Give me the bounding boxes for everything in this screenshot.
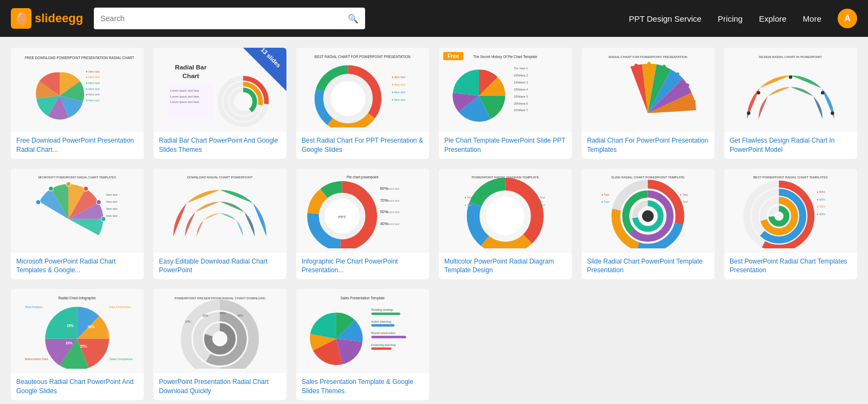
svg-point-53 <box>747 111 750 114</box>
card-9[interactable]: Pie chart powerpoint 80% 70% 50% 40% <box>296 169 429 280</box>
svg-point-50 <box>686 84 689 87</box>
search-input[interactable] <box>100 14 343 23</box>
svg-text:● Item text: ● Item text <box>392 75 406 79</box>
svg-text:Item 6: Item 6 <box>520 101 528 105</box>
svg-text:● Item text: ● Item text <box>392 83 406 86</box>
svg-point-59 <box>36 200 41 205</box>
card-2[interactable]: 13 slides Radial Bar Chart Lorem ipsum <box>154 48 286 159</box>
svg-point-55 <box>789 75 792 79</box>
card-11-image: SLIDE RADIAL CHART POWERPOINT TEMPLATE <box>582 169 714 253</box>
svg-text:● Item text: ● Item text <box>86 81 100 85</box>
svg-text:Item 2: Item 2 <box>520 74 528 77</box>
svg-text:Lorem text: Lorem text <box>386 210 400 214</box>
card-13[interactable]: Radial Chart Infographic 30% 35% 10% 15 <box>11 289 144 400</box>
svg-point-62 <box>84 187 88 191</box>
svg-text:● 80%: ● 80% <box>817 190 826 194</box>
svg-text:PPT: PPT <box>339 215 347 220</box>
card-1[interactable]: FREE DOWNLOAD POWERPOINT PRESENTATION RA… <box>11 48 144 159</box>
svg-text:20%: 20% <box>514 101 520 105</box>
svg-point-25 <box>330 81 365 116</box>
svg-rect-154 <box>372 348 392 350</box>
nav-ppt-design[interactable]: PPT Design Service <box>629 14 701 23</box>
card-4[interactable]: Free The Secret History Of Pie Chart Tem… <box>439 48 572 159</box>
nav-explore[interactable]: Explore <box>759 14 787 23</box>
svg-text:40%: 40% <box>238 314 244 317</box>
card-3-image: BEST RADIAL CHART FOR POWERPOINT PRESENT… <box>296 48 429 132</box>
nav-more[interactable]: More <box>803 14 821 23</box>
card-12[interactable]: BEST POWERPOINT RADIAL CHART TEMPLATES ●… <box>724 169 857 280</box>
svg-text:10%: 10% <box>514 74 520 77</box>
card-14-title: PowerPoint Presentation Radial Chart Dow… <box>154 373 286 400</box>
svg-text:Pie chart powerpoint: Pie chart powerpoint <box>347 175 379 179</box>
card-2-image: 13 slides Radial Bar Chart Lorem ipsum <box>154 48 286 132</box>
svg-text:● Text: ● Text <box>680 193 688 196</box>
card-12-title: Best PowerPoint Radial Chart Templates P… <box>724 253 857 280</box>
logo-link[interactable]: 🥚 slideegg <box>11 8 83 29</box>
card-7-title: Microsoft PowerPoint Radial Chart Templa… <box>11 253 144 280</box>
card-10[interactable]: POWERPOINT RADIAL DIAGRAM TEMPLATE ● Tex… <box>439 169 572 280</box>
svg-text:RADIAL CHART FOR POWERPOINT PR: RADIAL CHART FOR POWERPOINT PRESENTATION <box>609 55 687 58</box>
svg-text:● Item text: ● Item text <box>86 99 100 102</box>
card-14[interactable]: POWERPOINT PRESENTATION RADIAL CHART DOW… <box>154 289 286 400</box>
svg-text:Brand construction: Brand construction <box>372 331 396 335</box>
svg-rect-150 <box>372 324 395 326</box>
svg-text:Lorem text: Lorem text <box>386 222 400 226</box>
svg-text:Data Distribution: Data Distribution <box>110 305 131 309</box>
svg-text:FREE DOWNLOAD POWERPOINT PRESE: FREE DOWNLOAD POWERPOINT PRESENTATION RA… <box>25 56 135 60</box>
svg-text:POWERPOINT PRESENTATION RADIAL: POWERPOINT PRESENTATION RADIAL CHART DOW… <box>175 297 265 300</box>
svg-point-61 <box>66 182 71 187</box>
svg-text:Radial Chart Infographic: Radial Chart Infographic <box>59 296 97 300</box>
svg-point-60 <box>49 187 54 191</box>
search-button[interactable]: 🔍 <box>348 14 359 24</box>
svg-text:Sales Comparison: Sales Comparison <box>110 357 133 361</box>
card-3[interactable]: BEST RADIAL CHART FOR POWERPOINT PRESENT… <box>296 48 429 159</box>
svg-text:Total Analysis: Total Analysis <box>25 305 43 309</box>
svg-text:● Text: ● Text <box>538 204 546 207</box>
svg-text:18%: 18% <box>514 94 520 98</box>
card-9-image: Pie chart powerpoint 80% 70% 50% 40% <box>296 169 429 253</box>
main-content: FREE DOWNLOAD POWERPOINT PRESENTATION RA… <box>0 37 868 404</box>
card-8-image: DOWNLOAD RADIAL CHART POWERPOINT <box>154 169 286 253</box>
card-1-image: FREE DOWNLOAD POWERPOINT PRESENTATION RA… <box>11 48 144 132</box>
svg-text:Item 7: Item 7 <box>520 108 528 112</box>
svg-text:Lorem ipsum text here: Lorem ipsum text here <box>170 89 199 92</box>
card-4-image: Free The Secret History Of Pie Chart Tem… <box>439 48 572 132</box>
svg-text:● Item text: ● Item text <box>86 87 100 91</box>
svg-text:Action planning: Action planning <box>372 320 392 323</box>
svg-point-92 <box>486 197 525 235</box>
svg-text:● Item text: ● Item text <box>392 98 406 101</box>
svg-point-107 <box>642 210 654 222</box>
site-header: 🥚 slideegg 🔍 PPT Design Service Pricing … <box>0 0 868 37</box>
svg-text:Item text: Item text <box>106 193 118 196</box>
card-9-title: Infographic Pie Chart PowerPoint Present… <box>296 253 429 280</box>
svg-text:● 40%: ● 40% <box>817 213 826 216</box>
card-15[interactable]: Sales Presentation Template Reading stra… <box>296 289 429 400</box>
card-7[interactable]: MICROSOFT POWERPOINT RADIAL CHART TEMPLA… <box>11 169 144 280</box>
svg-text:● Text: ● Text <box>538 196 546 200</box>
svg-text:Item text: Item text <box>106 200 118 203</box>
svg-text:DOWNLOAD RADIAL CHART POWERPOI: DOWNLOAD RADIAL CHART POWERPOINT <box>187 176 253 179</box>
svg-text:● Text: ● Text <box>602 200 610 203</box>
svg-text:● Text: ● Text <box>464 204 473 207</box>
card-12-image: BEST POWERPOINT RADIAL CHART TEMPLATES ●… <box>724 169 857 253</box>
svg-text:30%: 30% <box>220 311 226 314</box>
nav-pricing[interactable]: Pricing <box>718 14 743 23</box>
svg-text:Lorem ipsum text here: Lorem ipsum text here <box>170 100 199 104</box>
card-11[interactable]: SLIDE RADIAL CHART POWERPOINT TEMPLATE <box>582 169 714 280</box>
svg-text:● Item text: ● Item text <box>86 75 100 79</box>
svg-text:● Item text: ● Item text <box>86 69 100 73</box>
svg-text:MICROSOFT POWERPOINT RADIAL CH: MICROSOFT POWERPOINT RADIAL CHART TEMPLA… <box>39 176 117 179</box>
svg-text:Radial Bar: Radial Bar <box>175 63 207 71</box>
card-13-image: Radial Chart Infographic 30% 35% 10% 15 <box>11 289 144 373</box>
svg-point-56 <box>821 91 824 94</box>
svg-text:35%: 35% <box>80 344 87 348</box>
card-8[interactable]: DOWNLOAD RADIAL CHART POWERPOINT <box>154 169 286 280</box>
card-6[interactable]: DESIGN RADIAL CHART IN POWERPOINT <box>724 48 857 159</box>
card-7-image: MICROSOFT POWERPOINT RADIAL CHART TEMPLA… <box>11 169 144 253</box>
card-15-title: Sales Presentation Template & Google Sli… <box>296 373 429 400</box>
svg-point-48 <box>662 65 666 68</box>
cards-grid: FREE DOWNLOAD POWERPOINT PRESENTATION RA… <box>11 48 857 400</box>
user-avatar[interactable]: A <box>838 9 857 28</box>
card-5[interactable]: RADIAL CHART FOR POWERPOINT PRESENTATION <box>582 48 714 159</box>
svg-point-57 <box>831 111 834 114</box>
